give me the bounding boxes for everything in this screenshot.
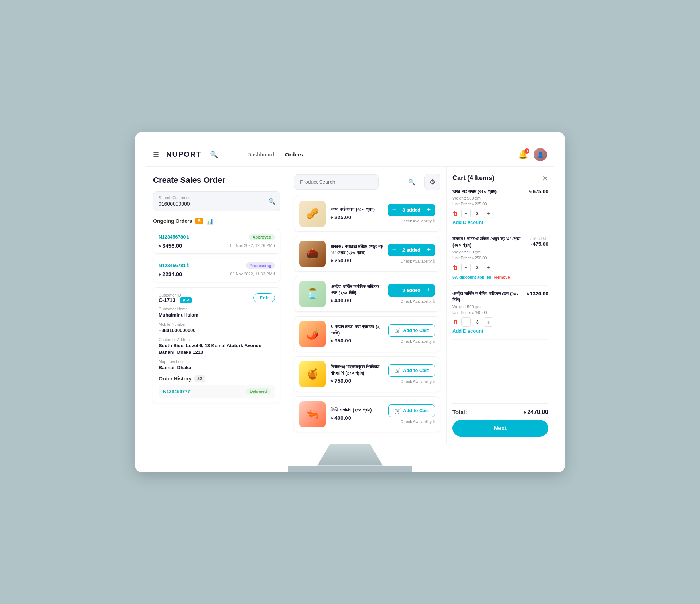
page-title: Create Sales Order (153, 175, 280, 185)
cart-qty-increase-2[interactable]: + (484, 263, 493, 272)
nav-dashboard[interactable]: Dashboard (247, 151, 274, 158)
qty-increase-p3[interactable]: + (423, 284, 435, 297)
customer-id-label: Customer ID (159, 293, 192, 297)
edit-customer-button[interactable]: Edit (253, 293, 275, 302)
info-icon-p1: ℹ (433, 218, 435, 224)
add-discount-link-3[interactable]: Add Discount (452, 328, 483, 334)
cart-icon-p5: 🛒 (394, 368, 401, 373)
cart-item-orig-price-2: ৳ 500.00 (529, 236, 546, 241)
product-search-wrap: 🔍 (294, 174, 421, 190)
cart-qty-decrease-2[interactable]: − (461, 263, 471, 272)
product-card-p6: 🦐 চিংড়ি বালাচাও (২৫০ গ্রাম) ৳ 400.00 🛒 … (294, 396, 440, 432)
cart-item-name-2: মাবরুম / কামরাঙা মরিয়ম খেজুর বড় 'এ' গ্… (452, 236, 526, 248)
qty-control-p1: − 3 added + (388, 204, 435, 216)
search-customer-button[interactable]: 🔍 (268, 198, 276, 205)
product-image-p5: 🍯 (299, 361, 326, 387)
info-icon-p4: ℹ (433, 339, 435, 344)
product-price-p1: ৳ 225.00 (331, 214, 383, 221)
qty-control-p2: − 2 added + (388, 244, 435, 256)
product-search-input[interactable] (294, 174, 379, 190)
left-panel: Create Sales Order Search Customer 🔍 Ong… (146, 167, 288, 444)
map-label: Map Loaction (159, 359, 275, 364)
search-customer-input[interactable] (159, 201, 265, 207)
qty-increase-p1[interactable]: + (423, 204, 435, 216)
history-order-id: N123456777 (163, 389, 190, 394)
product-name-p1: ভাজা কাঠ বাদাম (২৫০ গ্রাম) (331, 206, 383, 213)
add-to-cart-label-p6: Add to Cart (403, 408, 429, 413)
product-image-p1: 🥜 (299, 201, 326, 227)
close-cart-button[interactable]: ✕ (542, 174, 548, 183)
qty-label-p2: 2 added (400, 247, 423, 253)
chart-icon: 📊 (206, 218, 214, 225)
qty-increase-p2[interactable]: + (423, 244, 435, 256)
cart-qty-increase-1[interactable]: + (484, 209, 493, 218)
add-to-cart-button-p4[interactable]: 🛒 Add to Cart (388, 324, 435, 337)
customer-search-box: Search Customer 🔍 (153, 191, 280, 211)
product-actions-p3: − 3 added + Check Availability ℹ (388, 284, 435, 304)
add-to-cart-label-p4: Add to Cart (403, 328, 429, 333)
stand-neck (317, 444, 383, 466)
avatar[interactable]: 👤 (534, 148, 547, 161)
cart-item-controls-2: 🗑 − 2 + (452, 263, 548, 272)
logo: NUPORT (166, 150, 201, 159)
cart-total-value: ৳ 2470.00 (524, 409, 548, 415)
cart-item-3: এক্সট্রা ভার্জিন অর্গানিক নারিকেল তেল (২… (452, 291, 548, 340)
cart-icon-p6: 🛒 (394, 408, 401, 414)
history-order-status: Delivered (246, 388, 271, 394)
order-status-2: Processing (246, 262, 275, 269)
check-availability-p2[interactable]: Check Availability ℹ (401, 259, 435, 264)
cart-item-price-2: ৳ 475.00 (529, 241, 548, 247)
qty-decrease-p2[interactable]: − (388, 244, 400, 256)
cart-qty-increase-3[interactable]: + (484, 317, 493, 327)
discount-badge-2: 5% discount applied (452, 275, 491, 279)
add-discount-link-1[interactable]: Add Discount (452, 220, 483, 225)
customer-info-box: Customer ID C-1713 VIP Edit Customer Nam… (153, 287, 280, 404)
product-actions-p4: 🛒 Add to Cart Check Availability ℹ (388, 324, 435, 344)
ongoing-orders-header: Ongoing Orders 5 📊 (153, 218, 280, 225)
order-card-2[interactable]: N123456781 ℹ Processing ৳ 2234.00 09 Nov… (153, 258, 280, 282)
stand-base (288, 466, 412, 472)
mobile-label: Mobile Number (159, 322, 275, 326)
check-availability-p1[interactable]: Check Availability ℹ (401, 218, 435, 224)
cart-delete-button-3[interactable]: 🗑 (452, 319, 458, 325)
qty-decrease-p1[interactable]: − (388, 204, 400, 216)
address-value: South Side, Level 6, 18 Kemal Ataturk Av… (159, 342, 275, 356)
product-filter-button[interactable]: ⚙ (424, 174, 440, 190)
order-card-1[interactable]: N123456780 ℹ Approved ৳ 3456.00 08 Nov 2… (153, 229, 280, 254)
notification-bell[interactable]: 🔔 3 (518, 150, 528, 159)
check-availability-p6[interactable]: Check Availability ℹ (401, 419, 435, 424)
qty-label-p3: 3 added (400, 287, 423, 293)
product-details-p6: চিংড়ি বালাচাও (২৫০ গ্রাম) ৳ 400.00 (331, 407, 383, 421)
product-price-p6: ৳ 400.00 (331, 415, 383, 421)
cart-qty-value-3: 3 (474, 319, 481, 325)
customer-name-value: Muhaiminul Islam (159, 312, 275, 318)
check-availability-p5[interactable]: Check Availability ℹ (401, 379, 435, 384)
product-details-p3: এক্সট্রা ভার্জিন অর্গানিক নারিকেল তেল (২… (331, 284, 383, 304)
qty-decrease-p3[interactable]: − (388, 284, 400, 297)
cart-item-1: ভাজা কাঠ বাদাম (২৫০ গ্রাম) ৳ 675.00 Weig… (452, 189, 548, 231)
cart-icon-p4: 🛒 (394, 328, 401, 333)
product-price-p5: ৳ 750.00 (331, 378, 383, 384)
add-to-cart-button-p5[interactable]: 🛒 Add to Cart (388, 364, 435, 377)
main-container: Create Sales Order Search Customer 🔍 Ong… (146, 167, 554, 444)
cart-qty-decrease-1[interactable]: − (461, 209, 471, 218)
navbar: ☰ NUPORT 🔍 Dashboard Orders 🔔 3 👤 (146, 143, 554, 167)
history-order-1[interactable]: N123456777 Delivered (159, 385, 275, 398)
cart-delete-button-2[interactable]: 🗑 (452, 264, 458, 271)
cart-delete-button-1[interactable]: 🗑 (452, 210, 458, 217)
cart-item-2: মাবরুম / কামরাঙা মরিয়ম খেজুর বড় 'এ' গ্… (452, 236, 548, 286)
global-search-icon[interactable]: 🔍 (210, 151, 218, 159)
nav-links: Dashboard Orders (247, 151, 303, 158)
product-image-p3: 🫙 (299, 281, 326, 307)
cart-item-unit-price-1: Unit Price: ৳ 225.00 (452, 202, 548, 206)
remove-discount-link-2[interactable]: Remove (494, 275, 510, 279)
cart-qty-decrease-3[interactable]: − (461, 317, 471, 327)
next-button[interactable]: Next (452, 420, 548, 437)
check-availability-p3[interactable]: Check Availability ℹ (401, 299, 435, 304)
check-availability-p4[interactable]: Check Availability ℹ (401, 339, 435, 344)
order-history-count: 32 (194, 375, 205, 382)
hamburger-icon[interactable]: ☰ (153, 151, 159, 159)
nav-orders[interactable]: Orders (285, 151, 303, 158)
add-to-cart-button-p6[interactable]: 🛒 Add to Cart (388, 404, 435, 417)
product-card-p2: 🌰 মাবরুম / কামরাঙা মরিয়ম খেজুর বড় 'এ' … (294, 236, 440, 272)
